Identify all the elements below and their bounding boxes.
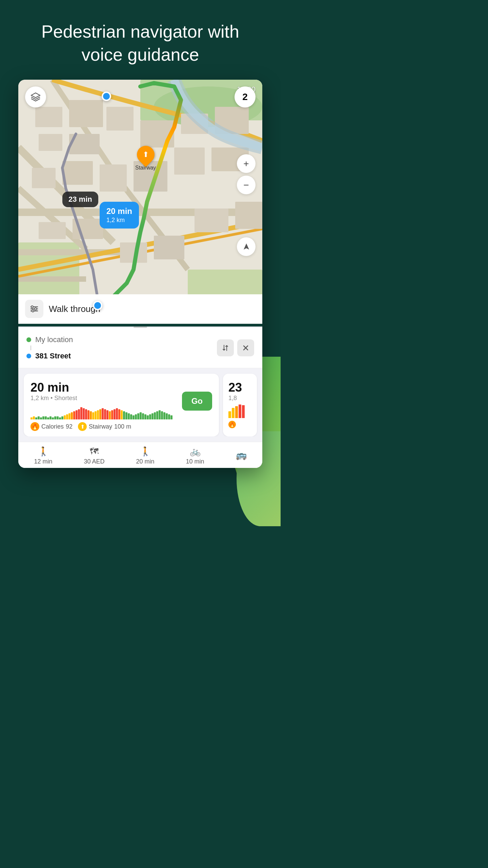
main-route-duration-bubble: 20 min 1,2 km bbox=[100, 202, 139, 229]
svg-point-38 bbox=[31, 306, 33, 308]
svg-rect-24 bbox=[62, 161, 93, 185]
swap-icon bbox=[222, 344, 229, 352]
pedestrian-tab-icon: 🚶 bbox=[140, 446, 151, 457]
svg-rect-23 bbox=[32, 168, 56, 188]
svg-rect-19 bbox=[106, 107, 134, 131]
svg-rect-27 bbox=[174, 147, 205, 175]
alt-calories-info: 🔥 bbox=[228, 421, 251, 428]
go-button[interactable]: Go bbox=[182, 392, 212, 411]
alt-calories-icon: 🔥 bbox=[228, 421, 236, 428]
tab-bus[interactable]: 🚌 bbox=[236, 450, 247, 462]
svg-rect-34 bbox=[154, 236, 184, 259]
alt-route-duration: 23 bbox=[228, 380, 251, 395]
walk-tab-icon: 🚶 bbox=[38, 446, 49, 457]
pedestrian-tab-label: 20 min bbox=[136, 458, 155, 465]
location-inputs: My location 381 Street bbox=[26, 334, 217, 362]
destination-dot bbox=[93, 301, 102, 310]
calories-info: 🔥 Calories 92 bbox=[30, 422, 73, 431]
route-count-badge[interactable]: 2 bbox=[235, 86, 256, 107]
tab-bike[interactable]: 🚲 10 min bbox=[186, 446, 204, 465]
svg-point-40 bbox=[32, 310, 34, 312]
location-row: My location 381 Street bbox=[18, 328, 262, 368]
from-location: My location bbox=[26, 334, 217, 346]
stairway-route-label: Stairway bbox=[89, 423, 112, 430]
svg-rect-15 bbox=[35, 107, 62, 127]
calories-value: 92 bbox=[66, 423, 73, 430]
bus-tab-icon: 🚌 bbox=[236, 450, 247, 460]
svg-rect-29 bbox=[39, 222, 66, 239]
bike-tab-icon: 🚲 bbox=[190, 446, 201, 457]
navigation-button[interactable] bbox=[237, 237, 256, 256]
location-connector bbox=[30, 346, 31, 350]
toll-tab-label: 30 AED bbox=[84, 458, 104, 465]
location-actions bbox=[217, 339, 254, 356]
route-cards: 20 min 1,2 km • Shortest Go 🔥 Calories 9… bbox=[18, 368, 262, 436]
layers-button[interactable] bbox=[25, 86, 46, 107]
bottom-panel: My location 381 Street bbox=[18, 327, 262, 468]
elevation-chart bbox=[30, 406, 182, 419]
to-location: 381 Street bbox=[26, 350, 217, 362]
swap-locations-button[interactable] bbox=[217, 339, 234, 356]
navigate-icon bbox=[242, 243, 250, 251]
stairway-route-value: 100 m bbox=[114, 423, 131, 430]
map-container: 12:30 2 + − ⬆ Stairway bbox=[18, 80, 262, 468]
to-dot bbox=[26, 354, 31, 358]
filter-button[interactable] bbox=[25, 300, 43, 318]
bubble-distance: 1,2 km bbox=[106, 216, 132, 224]
calories-label: Calories bbox=[41, 423, 64, 430]
calories-icon: 🔥 bbox=[30, 422, 39, 431]
layers-icon bbox=[30, 92, 41, 102]
svg-point-39 bbox=[35, 308, 37, 310]
alt-elevation-chart bbox=[228, 405, 251, 418]
bike-tab-label: 10 min bbox=[186, 458, 204, 465]
tab-walk[interactable]: 🚶 12 min bbox=[34, 446, 52, 465]
svg-rect-16 bbox=[69, 100, 103, 127]
stairway-marker[interactable]: ⬆ Stairway bbox=[135, 146, 156, 171]
toll-tab-icon: 🗺 bbox=[90, 446, 99, 457]
stairway-icon: ⬆ bbox=[143, 150, 149, 159]
map-svg bbox=[18, 80, 262, 324]
bottom-tabs: 🚶 12 min 🗺 30 AED 🚶 20 min 🚲 10 min 🚌 bbox=[18, 442, 262, 468]
zoom-in-button[interactable]: + bbox=[237, 154, 256, 173]
walk-tab-label: 12 min bbox=[34, 458, 52, 465]
origin-dot bbox=[102, 92, 111, 101]
stairway-info: ⬆ Stairway 100 m bbox=[78, 422, 131, 431]
tab-pedestrian[interactable]: 🚶 20 min bbox=[136, 446, 155, 465]
filter-icon bbox=[29, 304, 39, 314]
map-area[interactable]: 12:30 2 + − ⬆ Stairway bbox=[18, 80, 262, 324]
to-location-text: 381 Street bbox=[35, 352, 71, 360]
alt-route-card[interactable]: 23 1,8 🔥 bbox=[223, 374, 257, 436]
svg-rect-7 bbox=[18, 276, 86, 282]
from-location-text: My location bbox=[35, 335, 73, 344]
alt-route-duration-bubble: 23 min bbox=[62, 192, 98, 207]
close-route-button[interactable] bbox=[237, 339, 254, 356]
zoom-controls: + − bbox=[237, 154, 256, 194]
alt-route-details: 1,8 bbox=[228, 395, 251, 402]
walk-through-bar: Walk through bbox=[18, 294, 262, 324]
page-title: Pedestrian navigator with voice guidance bbox=[0, 0, 281, 80]
svg-rect-31 bbox=[195, 209, 228, 232]
from-dot bbox=[26, 337, 31, 342]
route-info-row: 🔥 Calories 92 ⬆ Stairway 100 m bbox=[30, 422, 212, 431]
svg-rect-17 bbox=[39, 134, 62, 151]
route-duration: 20 min bbox=[30, 380, 69, 394]
zoom-out-button[interactable]: − bbox=[237, 176, 256, 194]
svg-rect-32 bbox=[235, 202, 262, 229]
close-icon bbox=[242, 344, 249, 351]
tab-toll[interactable]: 🗺 30 AED bbox=[84, 446, 104, 465]
main-route-card[interactable]: 20 min 1,2 km • Shortest Go 🔥 Calories 9… bbox=[24, 374, 219, 436]
svg-rect-25 bbox=[100, 164, 127, 192]
bubble-time: 20 min bbox=[106, 206, 132, 216]
stairway-route-icon: ⬆ bbox=[78, 422, 87, 431]
